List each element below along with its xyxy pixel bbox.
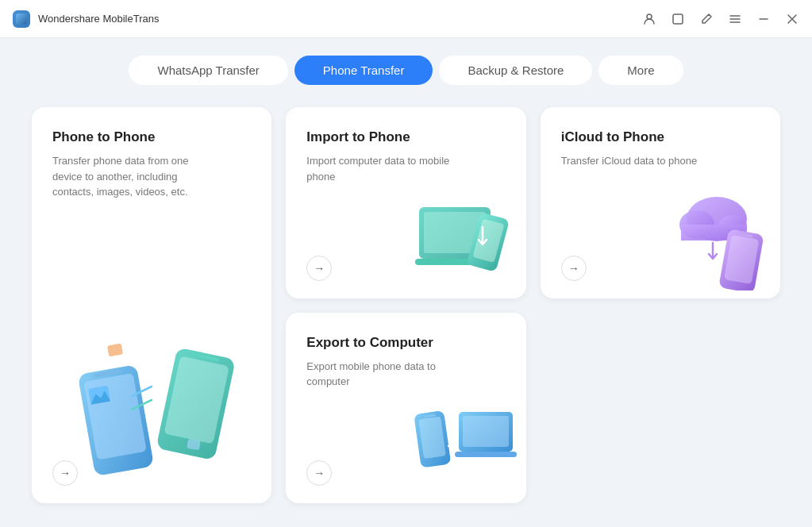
card-import-title: Import to Phone bbox=[306, 129, 505, 145]
card-icloud-title: iCloud to Phone bbox=[561, 129, 760, 145]
card-icloud-desc: Transfer iCloud data to phone bbox=[561, 153, 720, 169]
cards-grid: Phone to Phone Transfer phone data from … bbox=[32, 107, 780, 503]
card-phone-to-phone-title: Phone to Phone bbox=[52, 129, 251, 145]
user-icon[interactable] bbox=[642, 12, 656, 26]
card-import-desc: Import computer data to mobile phone bbox=[306, 153, 465, 184]
export-illustration bbox=[407, 392, 518, 495]
card-icloud-to-phone[interactable]: iCloud to Phone Transfer iCloud data to … bbox=[541, 107, 780, 298]
menu-icon[interactable] bbox=[728, 12, 742, 26]
card-export-to-computer[interactable]: Export to Computer Export mobile phone d… bbox=[286, 313, 525, 504]
svg-point-0 bbox=[647, 14, 652, 19]
minimize-button[interactable] bbox=[756, 12, 771, 26]
svg-rect-1 bbox=[673, 14, 683, 24]
card-icloud-arrow[interactable]: → bbox=[561, 256, 587, 281]
svg-rect-10 bbox=[107, 344, 123, 357]
titlebar: Wondershare MobileTrans bbox=[0, 0, 812, 38]
card-phone-to-phone-desc: Transfer phone data from one device to a… bbox=[52, 153, 211, 200]
card-import-to-phone[interactable]: Import to Phone Import computer data to … bbox=[286, 107, 525, 298]
tab-navigation: WhatsApp Transfer Phone Transfer Backup … bbox=[32, 38, 780, 107]
card-export-title: Export to Computer bbox=[306, 335, 505, 351]
edit-icon[interactable] bbox=[699, 12, 714, 26]
icloud-illustration bbox=[661, 187, 772, 290]
app-title: Wondershare MobileTrans bbox=[38, 13, 642, 25]
app-icon bbox=[13, 10, 30, 28]
import-illustration bbox=[407, 187, 518, 290]
tab-whatsapp-transfer[interactable]: WhatsApp Transfer bbox=[129, 56, 287, 85]
close-button[interactable] bbox=[785, 12, 799, 26]
card-phone-to-phone-arrow[interactable]: → bbox=[52, 460, 78, 486]
card-export-desc: Export mobile phone data to computer bbox=[306, 359, 465, 390]
card-import-arrow[interactable]: → bbox=[306, 256, 332, 281]
tab-more[interactable]: More bbox=[598, 56, 683, 85]
svg-rect-28 bbox=[463, 416, 509, 447]
tab-phone-transfer[interactable]: Phone Transfer bbox=[294, 56, 433, 85]
window-controls bbox=[642, 12, 799, 26]
tab-backup-restore[interactable]: Backup & Restore bbox=[439, 56, 592, 85]
window-icon[interactable] bbox=[671, 12, 685, 26]
card-phone-to-phone[interactable]: Phone to Phone Transfer phone data from … bbox=[32, 107, 271, 503]
main-content: WhatsApp Transfer Phone Transfer Backup … bbox=[0, 38, 812, 527]
card-export-arrow[interactable]: → bbox=[306, 460, 332, 486]
phone-to-phone-illustration bbox=[64, 329, 239, 487]
svg-rect-11 bbox=[187, 439, 201, 450]
svg-rect-29 bbox=[455, 452, 517, 457]
